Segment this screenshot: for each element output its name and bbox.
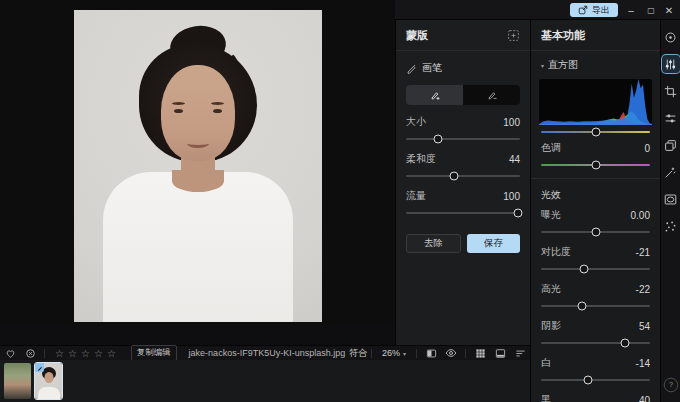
light-高光-value: -22 — [636, 284, 650, 295]
brush-add-button[interactable] — [406, 85, 463, 105]
tune-tool-icon[interactable] — [662, 109, 680, 127]
filmstrip-view-icon[interactable] — [490, 348, 510, 359]
mask-remove-button[interactable]: 去除 — [406, 234, 461, 253]
zoom-level-value: 26% — [382, 348, 400, 358]
preview-eye-icon[interactable] — [441, 347, 461, 359]
light-黑-row: 黑40 — [531, 393, 660, 402]
mask-柔和度-row: 柔和度44 — [396, 152, 530, 177]
light-曝光-value: 0.00 — [631, 210, 650, 221]
mask-流量-slider-handle[interactable] — [513, 209, 522, 218]
light-对比度-slider[interactable] — [541, 268, 650, 270]
mask-流量-row: 流量100 — [396, 189, 530, 214]
light-section-label: 光效 — [531, 179, 660, 208]
sort-list-icon[interactable] — [510, 348, 530, 359]
light-黑-value: 40 — [639, 395, 650, 402]
light-白-row: 白-14 — [531, 356, 660, 381]
star-icon[interactable]: ☆ — [55, 348, 65, 359]
light-对比度-label: 对比度 — [541, 245, 571, 259]
light-对比度-value: -21 — [636, 247, 650, 258]
light-白-slider[interactable] — [541, 379, 650, 381]
mask-大小-slider-handle[interactable] — [433, 135, 442, 144]
image-canvas[interactable] — [0, 0, 395, 325]
light-阴影-row: 阴影54 — [531, 319, 660, 344]
histogram-label: 直方图 — [548, 58, 578, 72]
mask-柔和度-slider-handle[interactable] — [449, 172, 458, 181]
light-sliders: 曝光0.00对比度-21高光-22阴影54白-14黑40 — [531, 208, 660, 402]
filmstrip-thumbnail[interactable] — [4, 363, 31, 399]
basic-adjust-tool-icon[interactable] — [662, 55, 680, 73]
help-icon[interactable]: ? — [664, 378, 678, 392]
light-高光-slider-handle[interactable] — [578, 302, 587, 311]
export-button[interactable]: 导出 — [570, 3, 618, 17]
filmstrip-thumbnail-selected[interactable] — [35, 363, 62, 399]
mask-流量-slider[interactable] — [406, 212, 520, 214]
close-button[interactable]: ✕ — [660, 0, 678, 20]
maximize-button[interactable]: ▢ — [642, 0, 660, 20]
light-高光-row: 高光-22 — [531, 282, 660, 307]
grain-tool-icon[interactable] — [662, 217, 680, 235]
tint-label: 色调 — [541, 141, 561, 155]
light-白-slider-handle[interactable] — [583, 376, 592, 385]
light-曝光-row: 曝光0.00 — [531, 208, 660, 233]
light-黑-label: 黑 — [541, 393, 551, 402]
mask-sliders: 大小100柔和度44流量100 — [396, 115, 530, 214]
light-阴影-slider[interactable] — [541, 342, 650, 344]
light-阴影-label: 阴影 — [541, 319, 561, 333]
edited-badge-icon — [35, 363, 44, 372]
tint-slider[interactable] — [541, 164, 650, 166]
mask-大小-row: 大小100 — [396, 115, 530, 140]
crop-tool-icon[interactable] — [662, 82, 680, 100]
filmstrip — [0, 360, 530, 402]
right-tool-strip: ? — [660, 20, 680, 402]
mask-大小-slider[interactable] — [406, 138, 520, 140]
brush-icon — [406, 63, 417, 74]
layers-icon[interactable] — [662, 136, 680, 154]
star-icon[interactable]: ☆ — [81, 348, 91, 359]
light-对比度-slider-handle[interactable] — [579, 265, 588, 274]
basic-adjustments-panel: 基本功能 ▾ 直方图 色调 0 光效 曝光0.00对比度-21高光-22阴影54… — [530, 20, 660, 402]
temp-slider-handle[interactable] — [591, 128, 600, 137]
mask-panel-title: 蒙版 — [406, 28, 428, 43]
favorite-heart-icon[interactable] — [0, 348, 20, 359]
mask-save-button[interactable]: 保存 — [467, 234, 520, 253]
temp-slider[interactable] — [541, 131, 650, 133]
mask-柔和度-label: 柔和度 — [406, 152, 436, 166]
minimize-button[interactable]: – — [622, 0, 640, 20]
chevron-down-icon: ▾ — [403, 350, 406, 357]
basic-panel-title: 基本功能 — [541, 29, 585, 41]
light-曝光-slider[interactable] — [541, 231, 650, 233]
light-对比度-row: 对比度-21 — [531, 245, 660, 270]
mask-大小-label: 大小 — [406, 115, 426, 129]
mask-流量-label: 流量 — [406, 189, 426, 203]
tint-slider-handle[interactable] — [591, 161, 600, 170]
vignette-tool-icon[interactable] — [662, 190, 680, 208]
before-after-icon[interactable] — [421, 348, 441, 359]
light-曝光-slider-handle[interactable] — [591, 228, 600, 237]
star-icon[interactable]: ☆ — [107, 348, 117, 359]
zoom-level-dropdown[interactable]: 26% ▾ — [382, 348, 406, 358]
temp-slider-row — [531, 131, 660, 133]
effects-wand-icon[interactable] — [662, 163, 680, 181]
tint-value: 0 — [644, 143, 650, 154]
status-bar: ☆☆☆☆☆ 复制编辑 jake-nackos-IF9TK5Uy-KI-unspl… — [0, 345, 530, 360]
histogram — [539, 79, 652, 125]
photo-preview[interactable] — [74, 10, 322, 322]
grid-view-icon[interactable] — [470, 348, 490, 359]
star-rating[interactable]: ☆☆☆☆☆ — [55, 348, 117, 359]
light-高光-slider[interactable] — [541, 305, 650, 307]
auto-adjust-icon[interactable] — [662, 28, 680, 46]
add-mask-icon[interactable] — [507, 29, 520, 42]
mask-大小-value: 100 — [503, 117, 520, 128]
light-阴影-slider-handle[interactable] — [620, 339, 629, 348]
reject-icon[interactable] — [20, 348, 40, 359]
histogram-section-header[interactable]: ▾ 直方图 — [531, 51, 660, 77]
copy-edit-button[interactable]: 复制编辑 — [131, 345, 177, 361]
brush-erase-button[interactable] — [463, 85, 520, 105]
star-icon[interactable]: ☆ — [68, 348, 78, 359]
mask-panel: 蒙版 画笔 大小100柔和度44流量100 去除 保存 — [395, 20, 530, 345]
fit-button[interactable]: 符合 — [349, 347, 367, 360]
export-label: 导出 — [592, 4, 610, 17]
mask-柔和度-slider[interactable] — [406, 175, 520, 177]
brush-mode-segmented — [406, 85, 520, 105]
star-icon[interactable]: ☆ — [94, 348, 104, 359]
